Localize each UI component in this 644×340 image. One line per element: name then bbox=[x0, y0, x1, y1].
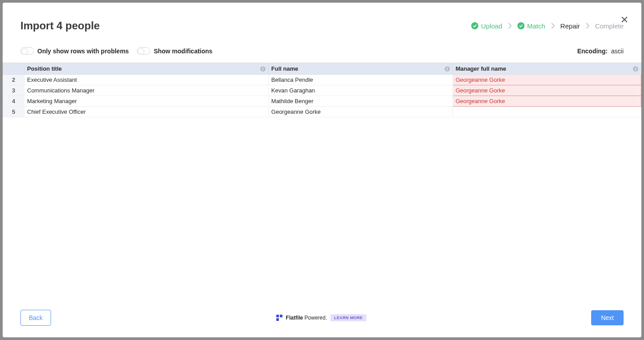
col-position-title[interactable]: Position title i bbox=[24, 63, 269, 75]
toggle-label: Only show rows with problems bbox=[37, 48, 129, 55]
flatfile-logo-icon bbox=[276, 315, 282, 321]
svg-rect-3 bbox=[280, 315, 282, 317]
manager-cell[interactable]: Georgeanne Gorke bbox=[453, 75, 641, 85]
toggle-only-problems: Only show rows with problems bbox=[20, 47, 129, 55]
manager-cell[interactable]: Georgeanne Gorke bbox=[453, 85, 641, 96]
info-icon[interactable]: i bbox=[445, 66, 450, 72]
progress-steps: Upload Match Repair Complete bbox=[471, 22, 624, 30]
powered-text: Flatfile Powered. bbox=[286, 315, 327, 321]
back-button[interactable]: Back bbox=[20, 310, 51, 326]
row-number-cell: 2 bbox=[3, 75, 24, 85]
svg-rect-2 bbox=[276, 315, 279, 317]
toggle-show-modifications: Show modifications bbox=[137, 47, 212, 55]
close-icon[interactable] bbox=[620, 15, 629, 24]
row-number-cell: 5 bbox=[3, 107, 24, 117]
full-name-cell[interactable]: Kevan Garaghan bbox=[268, 85, 453, 96]
header-label: Full name bbox=[271, 65, 298, 72]
progress-step-upload: Upload bbox=[471, 22, 502, 30]
check-icon bbox=[517, 22, 525, 29]
col-manager-full-name[interactable]: Manager full name i bbox=[453, 63, 641, 75]
position-cell[interactable]: Marketing Manager bbox=[24, 96, 269, 107]
manager-cell[interactable] bbox=[453, 107, 641, 117]
row-number-cell: 4 bbox=[3, 96, 24, 107]
manager-cell[interactable]: Georgeanne Gorke bbox=[453, 96, 641, 107]
toolbar: Only show rows with problems Show modifi… bbox=[3, 36, 641, 63]
chevron-right-icon bbox=[508, 23, 512, 29]
table-row: 3Communications ManagerKevan GaraghanGeo… bbox=[3, 85, 641, 96]
info-icon[interactable]: i bbox=[260, 66, 266, 72]
toggles: Only show rows with problems Show modifi… bbox=[20, 47, 212, 55]
page-title: Import 4 people bbox=[20, 20, 100, 32]
header-label: Position title bbox=[27, 65, 62, 72]
full-name-cell[interactable]: Georgeanne Gorke bbox=[268, 107, 453, 117]
table-row: 4Marketing ManagerMathilde BengerGeorgea… bbox=[3, 96, 641, 107]
encoding-value: ascii bbox=[611, 48, 624, 55]
encoding-display: Encoding: ascii bbox=[577, 48, 624, 55]
next-button[interactable]: Next bbox=[591, 310, 624, 325]
progress-step-repair: Repair bbox=[561, 22, 580, 30]
svg-rect-4 bbox=[276, 318, 279, 321]
chevron-right-icon bbox=[551, 23, 555, 29]
powered-by: Flatfile Powered. LEARN MORE bbox=[276, 314, 366, 321]
progress-label: Match bbox=[527, 22, 545, 30]
header-label: Manager full name bbox=[456, 65, 506, 72]
header: Import 4 people Upload Match Rep bbox=[3, 3, 641, 36]
encoding-label: Encoding: bbox=[577, 48, 608, 55]
row-num-header bbox=[3, 63, 24, 75]
header-row: Position title i Full name i Manager ful… bbox=[3, 63, 641, 75]
info-icon[interactable]: i bbox=[633, 66, 638, 72]
table-area: Position title i Full name i Manager ful… bbox=[3, 63, 641, 302]
toggle-only-problems-switch[interactable] bbox=[20, 47, 34, 55]
col-full-name[interactable]: Full name i bbox=[268, 63, 453, 75]
progress-label: Repair bbox=[561, 22, 580, 30]
progress-step-match: Match bbox=[517, 22, 545, 30]
progress-label: Upload bbox=[481, 22, 502, 30]
import-modal: Import 4 people Upload Match Rep bbox=[3, 3, 641, 337]
chevron-right-icon bbox=[585, 23, 590, 29]
position-cell[interactable]: Chief Executive Officer bbox=[24, 107, 269, 117]
learn-more-badge[interactable]: LEARN MORE bbox=[330, 314, 366, 321]
position-cell[interactable]: Communications Manager bbox=[24, 85, 269, 96]
table-row: 2Executive AssistantBellanca PendleGeorg… bbox=[3, 75, 641, 85]
check-icon bbox=[471, 22, 478, 29]
full-name-cell[interactable]: Bellanca Pendle bbox=[268, 75, 453, 85]
data-table: Position title i Full name i Manager ful… bbox=[3, 63, 641, 117]
progress-step-complete: Complete bbox=[595, 22, 624, 30]
position-cell[interactable]: Executive Assistant bbox=[24, 75, 269, 85]
toggle-label: Show modifications bbox=[154, 48, 212, 55]
full-name-cell[interactable]: Mathilde Benger bbox=[268, 96, 453, 107]
progress-label: Complete bbox=[595, 22, 624, 30]
footer: Back Flatfile Powered. LEARN MORE Next bbox=[3, 302, 641, 337]
table-row: 5Chief Executive OfficerGeorgeanne Gorke bbox=[3, 107, 641, 117]
toggle-show-modifications-switch[interactable] bbox=[137, 47, 150, 55]
row-number-cell: 3 bbox=[3, 85, 24, 96]
